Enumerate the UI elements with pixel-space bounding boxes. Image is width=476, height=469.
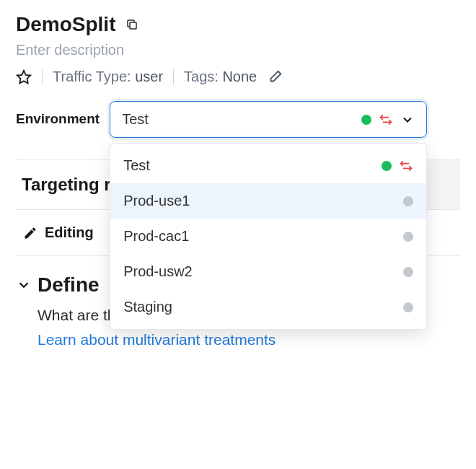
environment-option[interactable]: Prod-cac1: [110, 219, 426, 254]
editing-status: Editing: [45, 224, 94, 241]
chevron-down-icon: [393, 113, 415, 127]
star-icon[interactable]: [16, 69, 32, 85]
status-dot-icon: [403, 302, 413, 312]
environment-option[interactable]: Test: [110, 148, 426, 183]
environment-option[interactable]: Prod-use1: [110, 183, 426, 219]
environment-option-label: Prod-cac1: [123, 228, 403, 245]
environment-dropdown: Test Prod-use1 Prod-cac1: [110, 143, 427, 330]
environment-select[interactable]: Test: [110, 101, 427, 138]
environment-option-label: Prod-use1: [123, 193, 403, 209]
environment-selected-value: Test: [122, 111, 361, 128]
status-dot-icon: [361, 115, 371, 125]
divider: [173, 69, 174, 85]
description-placeholder[interactable]: Enter description: [16, 42, 460, 58]
traffic-type-value: user: [131, 69, 163, 84]
learn-link[interactable]: Learn about multivariant treatments: [16, 331, 460, 349]
chevron-down-icon[interactable]: [16, 277, 32, 293]
status-dot-icon: [403, 267, 413, 277]
environment-option[interactable]: Staging: [110, 289, 426, 325]
edit-tags-icon[interactable]: [267, 69, 283, 85]
status-dot-icon: [403, 232, 413, 242]
environment-label: Environment: [16, 101, 100, 127]
environment-option-label: Test: [123, 157, 382, 174]
svg-rect-0: [130, 22, 136, 29]
swap-icon: [371, 113, 393, 127]
tab-targeting[interactable]: Targeting r: [16, 160, 118, 209]
status-dot-icon: [403, 196, 413, 206]
swap-icon: [392, 159, 413, 173]
copy-icon[interactable]: [125, 18, 138, 31]
divider: [42, 69, 43, 85]
environment-option-label: Prod-usw2: [123, 263, 403, 280]
environment-option[interactable]: Prod-usw2: [110, 254, 426, 289]
tags: Tags: None: [184, 69, 257, 85]
tags-value: None: [219, 69, 257, 84]
traffic-type: Traffic Type: user: [53, 69, 163, 85]
status-dot-icon: [382, 161, 392, 171]
environment-option-label: Staging: [123, 299, 403, 315]
page-title: DemoSplit: [16, 13, 115, 36]
tags-label: Tags:: [184, 69, 219, 84]
traffic-type-label: Traffic Type:: [53, 69, 131, 84]
pencil-icon: [23, 226, 38, 240]
section-title-define: Define: [38, 273, 100, 297]
svg-marker-1: [17, 70, 30, 82]
